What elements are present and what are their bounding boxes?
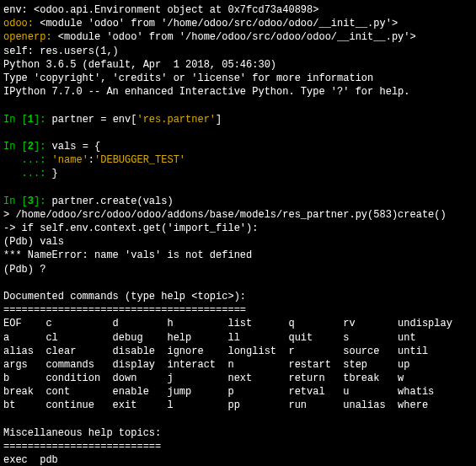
misc-sep: ========================== bbox=[3, 440, 473, 453]
python-version: Python 3.6.5 (default, Apr 1 2018, 05:46… bbox=[3, 58, 473, 72]
pdb-source: -> if self.env.context.get('import_file'… bbox=[3, 222, 473, 235]
cont-dots: ...: bbox=[3, 168, 45, 179]
odoo-val: <module 'odoo' from '/home/odoo/src/odoo… bbox=[34, 18, 398, 29]
openerp-key: openerp: bbox=[3, 31, 52, 43]
in-number: 1 bbox=[28, 114, 34, 126]
code: partner = env[ bbox=[45, 114, 136, 126]
input-2-cont1[interactable]: ...: 'name':'DEBUGGER_TEST' bbox=[3, 153, 473, 167]
help-row: bt continue exit l pp run unalias where bbox=[3, 399, 473, 412]
pdb-error: *** NameError: name 'vals' is not define… bbox=[3, 249, 473, 262]
input-2-cont2[interactable]: ...: } bbox=[3, 167, 473, 180]
pdb-input-help[interactable]: (Pdb) ? bbox=[3, 263, 473, 276]
in-close: ]: bbox=[34, 114, 45, 126]
openerp-line: openerp: <module 'odoo' from '/home/odoo… bbox=[3, 30, 473, 44]
in-prompt: In [ bbox=[3, 141, 28, 153]
code: } bbox=[45, 168, 57, 179]
dict-val: 'DEBUGGER_TEST' bbox=[94, 154, 185, 166]
cont-dots: ...: bbox=[3, 154, 45, 166]
help-row: a cl debug help ll quit s unt bbox=[3, 331, 473, 345]
help-row: EOF c d h list q rv undisplay bbox=[3, 317, 473, 330]
odoo-line: odoo: <module 'odoo' from '/home/odoo/sr… bbox=[3, 17, 473, 30]
help-title: Documented commands (type help <topic>): bbox=[3, 290, 473, 303]
input-1[interactable]: In [1]: partner = env['res.partner'] bbox=[3, 113, 473, 126]
odoo-key: odoo: bbox=[3, 18, 34, 29]
copyright-hint: Type 'copyright', 'credits' or 'license'… bbox=[3, 72, 473, 85]
in-close: ]: bbox=[34, 196, 45, 207]
code: vals = { bbox=[45, 141, 100, 153]
string-literal: 'res.partner' bbox=[136, 114, 216, 126]
dict-key: 'name' bbox=[45, 154, 88, 166]
in-prompt: In [ bbox=[3, 114, 28, 126]
help-sep: ======================================== bbox=[3, 303, 473, 317]
misc-title: Miscellaneous help topics: bbox=[3, 426, 473, 440]
ipython-banner: IPython 7.7.0 -- An enhanced Interactive… bbox=[3, 85, 473, 99]
help-row: b condition down j next return tbreak w bbox=[3, 372, 473, 385]
env-line: env: <odoo.api.Environment object at 0x7… bbox=[3, 3, 473, 17]
code: ] bbox=[216, 114, 222, 126]
pdb-trace: > /home/odoo/src/odoo/odoo/addons/base/m… bbox=[3, 208, 473, 222]
in-number: 3 bbox=[28, 196, 34, 207]
in-close: ]: bbox=[34, 141, 45, 153]
in-prompt: In [ bbox=[3, 196, 28, 207]
misc-row: exec pdb bbox=[3, 453, 473, 466]
colon: : bbox=[88, 154, 94, 166]
input-2[interactable]: In [2]: vals = { bbox=[3, 140, 473, 153]
help-row: args commands display interact n restart… bbox=[3, 358, 473, 372]
openerp-val: <module 'odoo' from '/home/odoo/src/odoo… bbox=[52, 31, 416, 43]
in-number: 2 bbox=[28, 141, 34, 153]
help-row: break cont enable jump p retval u whatis bbox=[3, 385, 473, 399]
input-3[interactable]: In [3]: partner.create(vals) bbox=[3, 195, 473, 208]
code: partner.create(vals) bbox=[45, 196, 173, 207]
pdb-input-vals[interactable]: (Pdb) vals bbox=[3, 235, 473, 249]
help-row: alias clear disable ignore longlist r so… bbox=[3, 345, 473, 358]
self-line: self: res.users(1,) bbox=[3, 45, 473, 58]
